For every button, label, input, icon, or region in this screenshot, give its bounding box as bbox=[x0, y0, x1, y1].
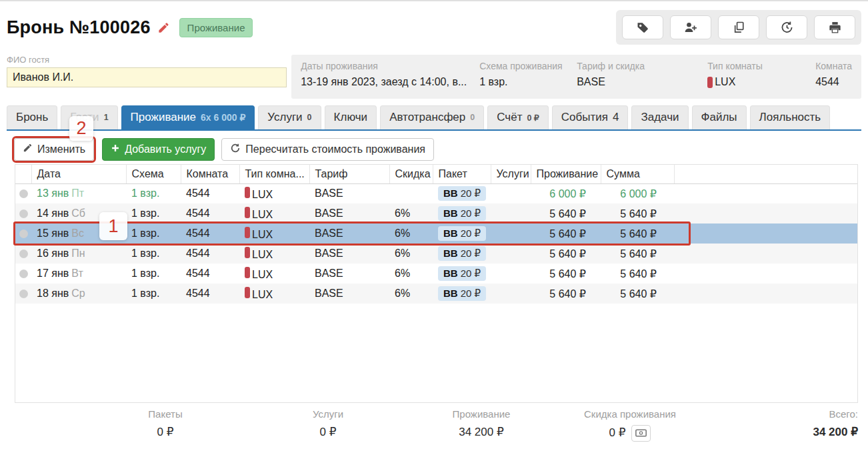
edit-booking-icon[interactable] bbox=[157, 21, 170, 34]
field-room-label: Комната bbox=[815, 61, 852, 71]
field-scheme-value: 1 взр. bbox=[479, 76, 577, 88]
tab-invoice[interactable]: Счёт0 ₽ bbox=[487, 105, 549, 129]
package-badge: BB20 ₽ bbox=[438, 266, 486, 281]
totals-footer: Пакеты 0 ₽ Услуги 0 ₽ Проживание 34 200 … bbox=[0, 408, 868, 447]
print-button[interactable] bbox=[814, 15, 855, 39]
field-tariff-value: BASE bbox=[577, 76, 707, 88]
annotation-box-2: Изменить bbox=[12, 136, 96, 163]
row-radio[interactable] bbox=[19, 270, 28, 278]
col-services[interactable]: Услуги bbox=[491, 165, 531, 183]
row-radio[interactable] bbox=[19, 230, 28, 238]
add-service-button[interactable]: Добавить услугу bbox=[102, 138, 215, 161]
total-overall: Всего: 34 200 ₽ bbox=[813, 408, 858, 439]
tab-guests[interactable]: Гости1 bbox=[61, 105, 117, 129]
history-button[interactable] bbox=[766, 15, 807, 39]
copy-button[interactable] bbox=[718, 15, 759, 39]
field-tariff-label: Тариф и скидка bbox=[577, 61, 707, 71]
fio-label: ФИО гостя bbox=[7, 55, 291, 65]
col-room-type[interactable]: Тип комна... bbox=[239, 165, 309, 183]
refresh-icon bbox=[230, 143, 241, 156]
fio-block: ФИО гостя bbox=[7, 55, 291, 99]
copy-icon bbox=[732, 21, 746, 34]
col-tariff[interactable]: Тариф bbox=[309, 165, 389, 183]
row-radio[interactable] bbox=[19, 290, 28, 298]
room-type-marker-icon bbox=[245, 207, 250, 218]
col-sum[interactable]: Сумма bbox=[601, 165, 674, 183]
recalculate-button[interactable]: Пересчитать стоимость проживания bbox=[221, 138, 434, 161]
tab-services[interactable]: Услуги0 bbox=[258, 105, 321, 129]
package-badge: BB20 ₽ bbox=[438, 186, 486, 201]
page-title: Бронь №100026 bbox=[7, 17, 151, 38]
room-type-marker-icon bbox=[245, 247, 250, 258]
table-row[interactable]: 17 янвВт 1 взр. 4544 LUX BASE 6% BB20 ₽ … bbox=[15, 264, 857, 284]
table-row-selected[interactable]: 15 янвВс 1 взр. 4544 LUX BASE 6% BB20 ₽ … bbox=[15, 223, 857, 244]
tags-button[interactable] bbox=[622, 15, 663, 39]
row-radio[interactable] bbox=[19, 189, 28, 198]
table-row[interactable]: 14 янвСб 1 взр. 4544 LUX BASE 6% BB20 ₽ … bbox=[15, 203, 857, 223]
col-scheme[interactable]: Схема bbox=[126, 165, 181, 183]
tab-tasks[interactable]: Задачи bbox=[631, 105, 688, 129]
field-scheme: Схема проживания 1 взр. bbox=[479, 61, 577, 88]
room-type-marker-icon bbox=[707, 77, 713, 88]
plus-icon bbox=[111, 143, 120, 155]
total-lodging: Проживание 34 200 ₽ bbox=[453, 408, 511, 439]
fio-input[interactable] bbox=[7, 67, 287, 87]
tab-booking[interactable]: Бронь bbox=[7, 105, 57, 129]
package-badge: BB20 ₽ bbox=[438, 286, 486, 301]
col-select bbox=[15, 165, 31, 183]
package-badge: BB20 ₽ bbox=[438, 226, 486, 241]
field-room-type: Тип комнаты LUX bbox=[707, 61, 815, 88]
field-room-type-label: Тип комнаты bbox=[707, 61, 815, 71]
package-badge: BB20 ₽ bbox=[438, 206, 486, 221]
table-row[interactable]: 16 янвПн 1 взр. 4544 LUX BASE 6% BB20 ₽ … bbox=[15, 244, 857, 264]
lodging-table: Дата Схема Комната Тип комна... Тариф Ск… bbox=[15, 164, 858, 403]
booking-summary-panel: Даты проживания 13-19 янв 2023, заезд с … bbox=[291, 55, 861, 99]
field-dates-label: Даты проживания bbox=[301, 61, 479, 71]
col-package[interactable]: Пакет bbox=[433, 165, 491, 183]
tab-lodging[interactable]: Проживание6x 6 000 ₽ bbox=[121, 105, 255, 129]
col-room[interactable]: Комната bbox=[181, 165, 239, 183]
status-badge: Проживание bbox=[179, 18, 253, 37]
add-guest-button[interactable] bbox=[670, 15, 711, 39]
row-radio[interactable] bbox=[19, 250, 28, 258]
tab-loyalty[interactable]: Лояльность bbox=[750, 105, 831, 129]
field-scheme-label: Схема проживания bbox=[479, 61, 577, 71]
row-radio[interactable] bbox=[19, 209, 28, 218]
field-room-type-value: LUX bbox=[707, 76, 815, 88]
tab-files[interactable]: Файлы bbox=[692, 105, 747, 129]
room-type-marker-icon bbox=[245, 267, 250, 278]
field-dates: Даты проживания 13-19 янв 2023, заезд с … bbox=[301, 61, 479, 88]
table-header-row: Дата Схема Комната Тип комна... Тариф Ск… bbox=[15, 165, 857, 183]
print-icon bbox=[828, 21, 842, 34]
field-room-value: 4544 bbox=[815, 76, 852, 88]
lodging-toolbar: Изменить Добавить услугу Пересчитать сто… bbox=[12, 135, 861, 163]
total-services: Услуги 0 ₽ bbox=[313, 408, 343, 439]
history-icon bbox=[780, 21, 794, 34]
header: Бронь №100026 Проживание bbox=[7, 9, 861, 45]
room-type-marker-icon bbox=[245, 287, 250, 298]
pencil-icon bbox=[23, 143, 33, 155]
col-date[interactable]: Дата bbox=[31, 165, 126, 183]
guest-info-row: ФИО гостя Даты проживания 13-19 янв 2023… bbox=[7, 55, 861, 99]
header-actions bbox=[616, 10, 861, 45]
discount-money-button[interactable] bbox=[631, 425, 651, 442]
edit-button[interactable]: Изменить bbox=[14, 138, 94, 161]
col-discount[interactable]: Скидка bbox=[389, 165, 433, 183]
table-row[interactable]: 18 янвСр 1 взр. 4544 LUX BASE 6% BB20 ₽ … bbox=[15, 284, 857, 304]
banknote-icon bbox=[635, 427, 647, 440]
room-type-marker-icon bbox=[245, 227, 250, 238]
tags-icon bbox=[635, 21, 650, 34]
total-packages: Пакеты 0 ₽ bbox=[148, 408, 182, 439]
col-lodging[interactable]: Проживание bbox=[531, 165, 601, 183]
field-dates-value: 13-19 янв 2023, заезд с 14:00, в... bbox=[301, 76, 479, 88]
field-room: Комната 4544 bbox=[815, 61, 852, 88]
tab-transfer[interactable]: Автотрансфер0 bbox=[380, 105, 484, 129]
add-guest-icon bbox=[683, 21, 698, 34]
tab-bar: Бронь Гости1 Проживание6x 6 000 ₽ Услуги… bbox=[7, 105, 861, 131]
tab-events[interactable]: События4 bbox=[552, 105, 629, 129]
package-badge: BB20 ₽ bbox=[438, 246, 486, 261]
total-discount: Скидка проживания 0 ₽ bbox=[584, 408, 676, 442]
field-tariff: Тариф и скидка BASE bbox=[577, 61, 707, 88]
tab-keys[interactable]: Ключи bbox=[325, 105, 377, 129]
table-row[interactable]: 13 янвПт 1 взр. 4544 LUX BASE BB20 ₽ 6 0… bbox=[15, 183, 857, 203]
